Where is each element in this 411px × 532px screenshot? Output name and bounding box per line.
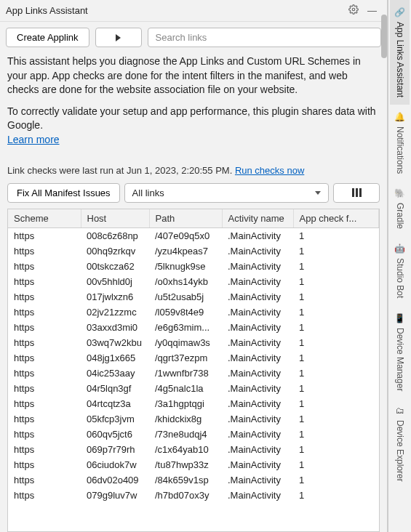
- table-row[interactable]: https069p7r79rh/c1x64yab10.MainActivity1: [8, 442, 379, 457]
- cell-scheme: https: [8, 381, 81, 396]
- tab-app-links-assistant[interactable]: 🔗 App Links Assistant: [390, 0, 410, 105]
- table-row[interactable]: https06dv02o409/84k659v1sp.MainActivity1: [8, 472, 379, 488]
- cell-scheme: https: [8, 259, 81, 274]
- th-activity[interactable]: Activity name: [222, 209, 293, 228]
- cell-app: 1: [293, 488, 379, 503]
- th-scheme[interactable]: Scheme: [8, 209, 81, 228]
- tab-studio-bot[interactable]: 🤖 Studio Bot: [390, 236, 410, 305]
- table-row[interactable]: https04rtcqtz3a/3a1hgptqgi.MainActivity1: [8, 396, 379, 411]
- cell-host: 00tskcza62: [81, 259, 149, 274]
- th-path[interactable]: Path: [149, 209, 222, 228]
- table-row[interactable]: https008c6z68np/407e09q5x0.MainActivity1: [8, 227, 379, 243]
- cell-app: 1: [293, 289, 379, 305]
- run-checks-link[interactable]: Run checks now: [235, 165, 304, 176]
- cell-activity: .MainActivity: [222, 457, 293, 472]
- scrollbar-vertical[interactable]: [381, 15, 387, 58]
- cell-host: 05kfcp3jvm: [81, 411, 149, 427]
- cell-scheme: https: [8, 396, 81, 411]
- tab-notifications[interactable]: 🔔 Notifications: [390, 105, 410, 181]
- cell-scheme: https: [8, 274, 81, 289]
- table-row[interactable]: https03wq7w2kbu/y0qqimaw3s.MainActivity1: [8, 335, 379, 350]
- table-row[interactable]: https00hq9zrkqv/yzu4kpeas7.MainActivity1: [8, 243, 379, 259]
- tab-device-explorer[interactable]: 🗂 Device Explorer: [391, 398, 410, 489]
- cell-host: 04r5lqn3gf: [81, 381, 149, 396]
- device-icon: 📱: [394, 313, 405, 323]
- play-icon: [116, 34, 121, 41]
- cell-app: 1: [293, 274, 379, 289]
- table-row[interactable]: https02jv21zzmc/l059v8t4e9.MainActivity1: [8, 305, 379, 320]
- toolbar: Create Applink: [0, 22, 387, 53]
- create-applink-button[interactable]: Create Applink: [6, 28, 89, 47]
- cell-path: /e6g63mim...: [149, 320, 222, 335]
- table-row[interactable]: https06ciudok7w/tu87hwp33z.MainActivity1: [8, 457, 379, 472]
- cell-app: 1: [293, 472, 379, 488]
- cell-path: /khidckix8g: [149, 411, 222, 427]
- table-row[interactable]: https079g9luv7w/h7bd07ox3y.MainActivity1: [8, 488, 379, 503]
- links-filter-dropdown[interactable]: All links: [124, 183, 329, 203]
- cell-scheme: https: [8, 289, 81, 305]
- table-row[interactable]: https05kfcp3jvm/khidckix8g.MainActivity1: [8, 411, 379, 427]
- secondary-controls: Fix All Manifest Issues All links: [0, 180, 387, 209]
- tab-gradle[interactable]: 🐘 Gradle: [390, 181, 410, 236]
- cell-app: 1: [293, 442, 379, 457]
- cell-path: /4g5nalc1la: [149, 381, 222, 396]
- cell-scheme: https: [8, 457, 81, 472]
- cell-activity: .MainActivity: [222, 243, 293, 259]
- cell-app: 1: [293, 427, 379, 442]
- cell-path: /h7bd07ox3y: [149, 488, 222, 503]
- cell-host: 008c6z68np: [81, 227, 149, 243]
- table-row[interactable]: https04ic253aay/1wwnfbr738.MainActivity1: [8, 366, 379, 381]
- table-row[interactable]: https00tskcza62/5lknugk9se.MainActivity1: [8, 259, 379, 274]
- cell-activity: .MainActivity: [222, 381, 293, 396]
- th-host[interactable]: Host: [81, 209, 149, 228]
- cell-scheme: https: [8, 335, 81, 350]
- cell-app: 1: [293, 320, 379, 335]
- table-row[interactable]: https017jwlxzn6/u5t2usab5j.MainActivity1: [8, 289, 379, 305]
- cell-path: /c1x64yab10: [149, 442, 222, 457]
- fix-manifest-button[interactable]: Fix All Manifest Issues: [7, 183, 120, 203]
- cell-activity: .MainActivity: [222, 366, 293, 381]
- learn-more-link[interactable]: Learn more: [7, 134, 60, 145]
- cell-scheme: https: [8, 411, 81, 427]
- chevron-down-icon: [315, 191, 321, 195]
- dropdown-value: All links: [132, 188, 164, 198]
- columns-icon: [352, 188, 362, 197]
- desc-p2: To correctly validate your setup and app…: [7, 105, 376, 132]
- cell-activity: .MainActivity: [222, 442, 293, 457]
- tab-device-manager[interactable]: 📱 Device Manager: [390, 306, 410, 398]
- cell-scheme: https: [8, 243, 81, 259]
- gear-icon[interactable]: [344, 3, 363, 18]
- cell-path: /1wwnfbr738: [149, 366, 222, 381]
- panel-title: App Links Assistant: [6, 5, 344, 16]
- cell-scheme: https: [8, 488, 81, 503]
- desc-p1: This assistant helps you diagnose the Ap…: [7, 55, 380, 97]
- table-row[interactable]: https060qv5jct6/73ne8udqj4.MainActivity1: [8, 427, 379, 442]
- cell-activity: .MainActivity: [222, 289, 293, 305]
- gradle-icon: 🐘: [394, 188, 405, 198]
- table-row[interactable]: https04r5lqn3gf/4g5nalc1la.MainActivity1: [8, 381, 379, 396]
- cell-activity: .MainActivity: [222, 274, 293, 289]
- cell-scheme: https: [8, 320, 81, 335]
- cell-path: /3a1hgptqgi: [149, 396, 222, 411]
- cell-app: 1: [293, 243, 379, 259]
- columns-button[interactable]: [333, 183, 380, 203]
- table-row[interactable]: https03axxd3mi0/e6g63mim....MainActivity…: [8, 320, 379, 335]
- run-button[interactable]: [95, 28, 142, 47]
- th-appcheck[interactable]: App check f...: [293, 209, 379, 228]
- cell-path: /84k659v1sp: [149, 472, 222, 488]
- cell-host: 06ciudok7w: [81, 457, 149, 472]
- table-row[interactable]: https048jg1x665/qgrt37ezpm.MainActivity1: [8, 350, 379, 366]
- bot-icon: 🤖: [394, 243, 405, 254]
- cell-scheme: https: [8, 366, 81, 381]
- cell-app: 1: [293, 227, 379, 243]
- status-line: Link checks were last run at Jun 1, 2023…: [0, 161, 387, 180]
- minimize-icon[interactable]: —: [363, 4, 381, 17]
- table-row[interactable]: https00v5hhld0j/o0xhs14ykb.MainActivity1: [8, 274, 379, 289]
- titlebar: App Links Assistant —: [0, 0, 387, 22]
- search-input[interactable]: [148, 28, 381, 47]
- cell-path: /u5t2usab5j: [149, 289, 222, 305]
- cell-app: 1: [293, 396, 379, 411]
- cell-scheme: https: [8, 442, 81, 457]
- cell-path: /73ne8udqj4: [149, 427, 222, 442]
- cell-path: /tu87hwp33z: [149, 457, 222, 472]
